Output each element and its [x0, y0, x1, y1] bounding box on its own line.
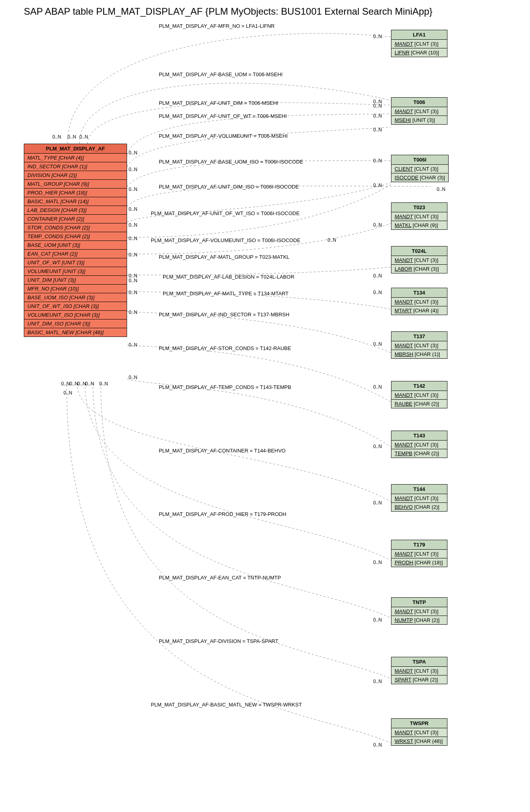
entity-header: T006	[391, 98, 447, 107]
entity-field: MANDT [CLNT (3)]	[391, 667, 447, 675]
relationship-label: PLM_MAT_DISPLAY_AF-BASE_UOM_ISO = T006I-…	[159, 159, 303, 165]
entity-field: CLIENT [CLNT (3)]	[391, 165, 448, 173]
entity-field: EAN_CAT [CHAR (2)]	[24, 250, 127, 258]
cardinality-label: 0..N	[67, 134, 76, 140]
ref-entity-lfa1: LFA1MANDT [CLNT (3)]LIFNR [CHAR (10)]	[391, 30, 447, 57]
cardinality-label: 0..N	[328, 237, 336, 243]
entity-header: T144	[391, 485, 447, 494]
entity-header: T179	[391, 540, 447, 550]
relationship-label: PLM_MAT_DISPLAY_AF-TEMP_CONDS = T143-TEM…	[159, 384, 291, 390]
relationship-label: PLM_MAT_DISPLAY_AF-DIVISION = TSPA-SPART	[159, 638, 278, 644]
entity-field: TEMP_CONDS [CHAR (2)]	[24, 232, 127, 241]
entity-field: IND_SECTOR [CHAR (1)]	[24, 162, 127, 171]
cardinality-label: 0..N	[129, 310, 137, 315]
cardinality-label: 0..N	[77, 381, 86, 387]
cardinality-label: 0..N	[129, 342, 137, 348]
cardinality-label: 0..N	[373, 341, 382, 347]
cardinality-label: 0..N	[373, 444, 382, 449]
entity-field: CONTAINER [CHAR (2)]	[24, 215, 127, 223]
cardinality-label: 0..N	[129, 236, 137, 241]
cardinality-label: 0..N	[373, 34, 382, 39]
entity-field: MANDT [CLNT (3)]	[391, 212, 447, 221]
entity-field: BEHVO [CHAR (2)]	[391, 503, 447, 511]
entity-header: PLM_MAT_DISPLAY_AF	[24, 144, 127, 154]
relationship-label: PLM_MAT_DISPLAY_AF-EAN_CAT = TNTP-NUMTP	[159, 575, 281, 581]
entity-header: TWSPR	[391, 719, 447, 728]
ref-entity-t134: T134MANDT [CLNT (3)]MTART [CHAR (4)]	[391, 288, 447, 315]
ref-entity-t024l: T024LMANDT [CLNT (3)]LABOR [CHAR (3)]	[391, 246, 447, 273]
entity-field: MATL_TYPE [CHAR (4)]	[24, 154, 127, 162]
cardinality-label: 0..N	[373, 273, 382, 279]
relationship-label: PLM_MAT_DISPLAY_AF-VOLUMEUNIT_ISO = T006…	[151, 237, 301, 243]
cardinality-label: 0..N	[129, 278, 137, 283]
entity-field: MATKL [CHAR (9)]	[391, 221, 447, 229]
ref-entity-t006: T006MANDT [CLNT (3)]MSEHI [UNIT (3)]	[391, 97, 447, 125]
entity-field: PROD_HIER [CHAR (18)]	[24, 189, 127, 197]
ref-entity-t142: T142MANDT [CLNT (3)]RAUBE [CHAR (2)]	[391, 381, 447, 408]
cardinality-label: 0..N	[129, 187, 137, 192]
main-entity: PLM_MAT_DISPLAY_AFMATL_TYPE [CHAR (4)]IN…	[24, 144, 127, 337]
relationship-edges	[0, 0, 530, 812]
entity-field: MANDT [CLNT (3)]	[391, 107, 447, 116]
entity-field: WRKST [CHAR (48)]	[391, 737, 447, 745]
cardinality-label: 0..N	[373, 290, 382, 295]
cardinality-label: 0..N	[373, 384, 382, 390]
entity-field: PRODH [CHAR (18)]	[391, 558, 447, 567]
relationship-label: PLM_MAT_DISPLAY_AF-MATL_TYPE = T134-MTAR…	[163, 291, 289, 296]
entity-field: MSEHI [UNIT (3)]	[391, 116, 447, 124]
relationship-label: PLM_MAT_DISPLAY_AF-UNIT_OF_WT = T006-MSE…	[159, 113, 287, 119]
diagram-title: SAP ABAP table PLM_MAT_DISPLAY_AF {PLM M…	[24, 6, 432, 17]
entity-field: MTART [CHAR (4)]	[391, 306, 447, 315]
entity-field: MANDT [CLNT (3)]	[391, 441, 447, 449]
entity-header: T142	[391, 381, 447, 391]
entity-header: T137	[391, 332, 447, 341]
entity-header: TSPA	[391, 657, 447, 667]
cardinality-label: 0..N	[373, 560, 382, 565]
entity-field: TEMPB [CHAR (2)]	[391, 449, 447, 458]
cardinality-label: 0..N	[373, 617, 382, 623]
entity-field: UNIT_OF_WT [UNIT (3)]	[24, 258, 127, 267]
entity-field: STOR_CONDS [CHAR (2)]	[24, 223, 127, 232]
entity-field: UNIT_DIM_ISO [CHAR (3)]	[24, 319, 127, 328]
entity-field: SPART [CHAR (2)]	[391, 675, 447, 684]
cardinality-label: 0..N	[64, 390, 72, 396]
entity-field: MANDT [CLNT (3)]	[391, 298, 447, 306]
entity-field: BASIC_MATL [CHAR (14)]	[24, 197, 127, 206]
entity-header: T006I	[391, 155, 448, 165]
entity-field: MANDT [CLNT (3)]	[391, 256, 447, 265]
entity-field: BASIC_MATL_NEW [CHAR (48)]	[24, 328, 127, 337]
entity-header: T024L	[391, 246, 447, 256]
cardinality-label: 0..N	[373, 127, 382, 133]
entity-header: LFA1	[391, 30, 447, 40]
entity-field: RAUBE [CHAR (2)]	[391, 400, 447, 408]
entity-field: LIFNR [CHAR (10)]	[391, 48, 447, 57]
ref-entity-t143: T143MANDT [CLNT (3)]TEMPB [CHAR (2)]	[391, 431, 447, 458]
relationship-label: PLM_MAT_DISPLAY_AF-UNIT_OF_WT_ISO = T006…	[151, 210, 300, 216]
entity-field: MANDT [CLNT (3)]	[391, 341, 447, 350]
ref-entity-twspr: TWSPRMANDT [CLNT (3)]WRKST [CHAR (48)]	[391, 718, 447, 746]
cardinality-label: 0..N	[129, 290, 137, 295]
entity-field: MATL_GROUP [CHAR (9)]	[24, 180, 127, 189]
entity-field: MANDT [CLNT (3)]	[391, 40, 447, 48]
cardinality-label: 0..N	[373, 113, 382, 119]
entity-field: NUMTP [CHAR (2)]	[391, 616, 447, 624]
ref-entity-tspa: TSPAMANDT [CLNT (3)]SPART [CHAR (2)]	[391, 657, 447, 684]
entity-field: UNIT_OF_WT_ISO [CHAR (3)]	[24, 302, 127, 311]
cardinality-label: 0..N	[69, 381, 78, 387]
cardinality-label: 0..N	[61, 381, 70, 387]
entity-field: MANDT [CLNT (3)]	[391, 728, 447, 737]
ref-entity-t144: T144MANDT [CLNT (3)]BEHVO [CHAR (2)]	[391, 484, 447, 512]
entity-header: T023	[391, 203, 447, 212]
entity-field: DIVISION [CHAR (2)]	[24, 171, 127, 180]
entity-field: MANDT [CLNT (3)]	[391, 391, 447, 400]
entity-field: BASE_UOM [UNIT (3)]	[24, 241, 127, 250]
relationship-label: PLM_MAT_DISPLAY_AF-STOR_CONDS = T142-RAU…	[159, 345, 291, 351]
cardinality-label: 0..N	[437, 187, 445, 192]
ref-entity-t023: T023MANDT [CLNT (3)]MATKL [CHAR (9)]	[391, 202, 447, 230]
entity-field: MANDT [CLNT (3)]	[391, 550, 447, 558]
relationship-label: PLM_MAT_DISPLAY_AF-CONTAINER = T144-BEHV…	[159, 448, 285, 454]
entity-field: BASE_UOM_ISO [CHAR (3)]	[24, 293, 127, 302]
relationship-label: PLM_MAT_DISPLAY_AF-VOLUMEUNIT = T006-MSE…	[159, 133, 288, 139]
relationship-label: PLM_MAT_DISPLAY_AF-UNIT_DIM = T006-MSEHI	[159, 100, 278, 106]
cardinality-label: 0..N	[129, 222, 137, 228]
